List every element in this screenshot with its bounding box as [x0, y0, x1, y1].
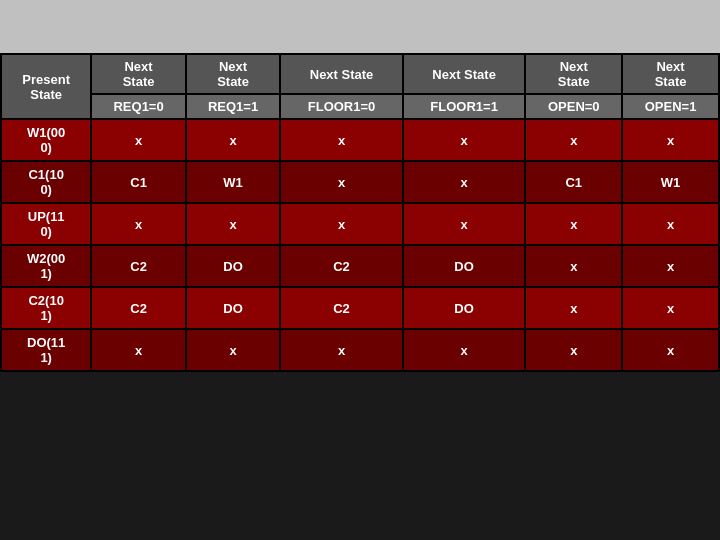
data-cell: x	[622, 203, 719, 245]
col-subheader-open-1: OPEN=1	[622, 94, 719, 119]
col-header-next-state-3: Next State	[280, 54, 403, 94]
data-cell: W1	[186, 161, 280, 203]
data-cell: DO	[403, 287, 526, 329]
table-row: C2(101)C2DOC2DOxx	[1, 287, 719, 329]
table-row: W1(000)xxxxxx	[1, 119, 719, 161]
page-title	[20, 12, 700, 43]
data-cell: x	[91, 329, 185, 371]
data-cell: x	[525, 119, 622, 161]
table-row: W2(001)C2DOC2DOxx	[1, 245, 719, 287]
data-cell: x	[622, 245, 719, 287]
state-cell: DO(111)	[1, 329, 91, 371]
data-cell: C2	[280, 287, 403, 329]
col-header-next-state-2: NextState	[186, 54, 280, 94]
data-cell: C2	[91, 245, 185, 287]
title-area	[0, 0, 720, 53]
data-cell: x	[403, 119, 526, 161]
data-cell: x	[525, 203, 622, 245]
data-cell: x	[280, 329, 403, 371]
data-cell: x	[403, 203, 526, 245]
data-cell: x	[91, 119, 185, 161]
table-container: PresentState NextState NextState Next St…	[0, 53, 720, 372]
state-cell: W1(000)	[1, 119, 91, 161]
data-cell: x	[403, 329, 526, 371]
data-cell: x	[186, 329, 280, 371]
data-cell: DO	[186, 245, 280, 287]
table-row: UP(110)xxxxxx	[1, 203, 719, 245]
data-cell: x	[525, 329, 622, 371]
col-subheader-floor1-1: FLOOR1=1	[403, 94, 526, 119]
data-cell: x	[280, 119, 403, 161]
data-cell: C1	[525, 161, 622, 203]
col-header-next-state-5: NextState	[525, 54, 622, 94]
col-subheader-req1-0: REQ1=0	[91, 94, 185, 119]
data-cell: DO	[403, 245, 526, 287]
data-cell: x	[186, 119, 280, 161]
table-row: C1(100)C1W1xxC1W1	[1, 161, 719, 203]
data-cell: C2	[91, 287, 185, 329]
data-cell: C1	[91, 161, 185, 203]
data-cell: x	[280, 203, 403, 245]
state-cell: UP(110)	[1, 203, 91, 245]
col-subheader-floor1-0: FLOOR1=0	[280, 94, 403, 119]
col-subheader-open-0: OPEN=0	[525, 94, 622, 119]
state-cell: C1(100)	[1, 161, 91, 203]
data-cell: x	[280, 161, 403, 203]
data-cell: x	[622, 329, 719, 371]
col-header-present-state: PresentState	[1, 54, 91, 119]
table-header-row-1: PresentState NextState NextState Next St…	[1, 54, 719, 94]
data-cell: x	[525, 245, 622, 287]
data-cell: x	[403, 161, 526, 203]
col-header-next-state-4: Next State	[403, 54, 526, 94]
data-cell: x	[91, 203, 185, 245]
table-row: DO(111)xxxxxx	[1, 329, 719, 371]
col-subheader-req1-1: REQ1=1	[186, 94, 280, 119]
state-cell: W2(001)	[1, 245, 91, 287]
data-cell: x	[525, 287, 622, 329]
data-cell: W1	[622, 161, 719, 203]
data-cell: x	[622, 287, 719, 329]
data-cell: x	[622, 119, 719, 161]
data-cell: C2	[280, 245, 403, 287]
state-table: PresentState NextState NextState Next St…	[0, 53, 720, 372]
col-header-next-state-1: NextState	[91, 54, 185, 94]
data-cell: DO	[186, 287, 280, 329]
state-cell: C2(101)	[1, 287, 91, 329]
table-body: W1(000)xxxxxxC1(100)C1W1xxC1W1UP(110)xxx…	[1, 119, 719, 371]
col-header-next-state-6: NextState	[622, 54, 719, 94]
table-header-row-2: REQ1=0 REQ1=1 FLOOR1=0 FLOOR1=1 OPEN=0 O…	[1, 94, 719, 119]
data-cell: x	[186, 203, 280, 245]
